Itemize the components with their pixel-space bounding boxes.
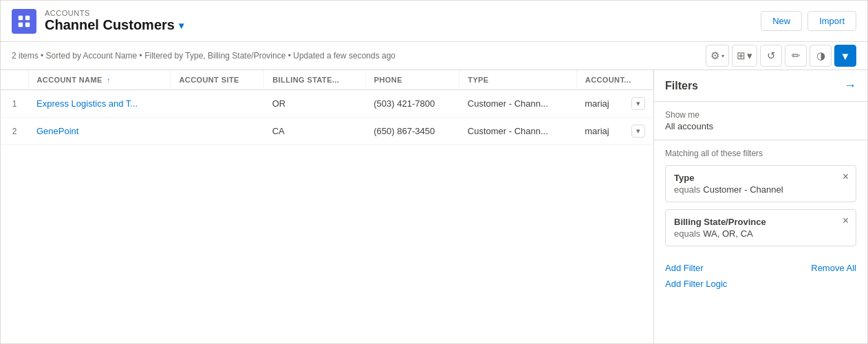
add-filter-button[interactable]: Add Filter — [665, 263, 704, 273]
filter-card: × Type equalsCustomer - Channel — [665, 165, 856, 202]
account-owner-value: mariaj — [585, 126, 609, 136]
filter-cards-container: × Type equalsCustomer - Channel × Billin… — [665, 165, 856, 246]
filter-field: Type — [674, 173, 847, 183]
table-chevron-icon: ▾ — [747, 50, 752, 62]
app-icon — [12, 9, 36, 34]
header-title-text: Channel Customers — [45, 17, 175, 33]
sort-asc-icon: ↑ — [107, 76, 110, 84]
table-header-row: ACCOUNT NAME ↑ ACCOUNT SITE BILLING STAT… — [1, 70, 653, 90]
filter-operator: equals — [674, 228, 700, 239]
header-left: ACCOUNTS Channel Customers ▾ — [12, 9, 184, 34]
matching-section: Matching all of these filters × Type equ… — [654, 140, 867, 257]
main-area: ACCOUNT NAME ↑ ACCOUNT SITE BILLING STAT… — [1, 70, 867, 343]
account-name-link[interactable]: Express Logistics and T... — [36, 98, 138, 109]
filters-panel: Filters → Show me All accounts Matching … — [654, 70, 867, 343]
col-account[interactable]: ACCOUNT... — [576, 70, 653, 90]
filter-actions: Add Filter Remove All — [665, 263, 856, 273]
account-name-link[interactable]: GenePoint — [36, 126, 78, 136]
table-row: 1 Express Logistics and T... OR (503) 42… — [1, 90, 653, 118]
cell-billing-state: CA — [264, 118, 366, 145]
account-owner-value: mariaj — [585, 98, 609, 109]
svg-rect-3 — [25, 22, 30, 26]
col-phone[interactable]: PHONE — [365, 70, 459, 90]
row-action-button[interactable]: ▾ — [631, 125, 645, 138]
filter-icon: ▼ — [840, 50, 851, 62]
edit-icon: ✏ — [792, 50, 801, 62]
filter-remove-button[interactable]: × — [843, 215, 849, 226]
chart-icon: ◑ — [816, 50, 825, 62]
col-billing-state[interactable]: BILLING STATE... — [264, 70, 366, 90]
cell-type: Customer - Chann... — [459, 118, 577, 145]
filter-card: × Billing State/Province equalsWA, OR, C… — [665, 209, 856, 246]
table-row: 2 GenePoint CA (650) 867-3450 Customer -… — [1, 118, 653, 145]
add-filter-logic-button[interactable]: Add Filter Logic — [665, 279, 727, 289]
table-area: ACCOUNT NAME ↑ ACCOUNT SITE BILLING STAT… — [1, 70, 654, 343]
cell-phone: (503) 421-7800 — [365, 90, 459, 118]
chart-button[interactable]: ◑ — [810, 45, 832, 67]
filters-footer: Add Filter Remove All Add Filter Logic — [654, 257, 867, 294]
cell-account-site — [171, 118, 264, 145]
matching-label: Matching all of these filters — [665, 149, 856, 158]
toolbar-row: 2 items • Sorted by Account Name • Filte… — [1, 42, 867, 70]
new-button[interactable]: New — [761, 11, 802, 31]
svg-rect-0 — [19, 15, 23, 19]
refresh-icon: ↺ — [767, 50, 776, 62]
cell-account: mariaj ▾ — [576, 90, 653, 118]
filter-button[interactable]: ▼ — [834, 45, 856, 67]
gear-chevron-icon: ▾ — [721, 53, 724, 59]
row-action-button[interactable]: ▾ — [631, 97, 645, 110]
header-subtitle: ACCOUNTS — [45, 9, 184, 17]
table-icon: ⊞ — [737, 50, 746, 62]
svg-rect-2 — [19, 22, 23, 26]
cell-billing-state: OR — [264, 90, 366, 118]
filter-field: Billing State/Province — [674, 217, 847, 227]
show-me-value[interactable]: All accounts — [665, 121, 856, 131]
table-body: 1 Express Logistics and T... OR (503) 42… — [1, 90, 653, 145]
cell-phone: (650) 867-3450 — [365, 118, 459, 145]
edit-button[interactable]: ✏ — [785, 45, 807, 67]
cell-account: mariaj ▾ — [576, 118, 653, 145]
filter-remove-button[interactable]: × — [843, 171, 849, 182]
record-info: 2 items • Sorted by Account Name • Filte… — [12, 51, 395, 61]
show-me-label: Show me — [665, 110, 856, 120]
filter-value: equalsCustomer - Channel — [674, 184, 847, 195]
cell-account-name: Express Logistics and T... — [28, 90, 171, 118]
header: ACCOUNTS Channel Customers ▾ New Import — [1, 1, 867, 42]
cell-account-name: GenePoint — [28, 118, 171, 145]
header-actions: New Import — [761, 11, 856, 31]
accounts-table: ACCOUNT NAME ↑ ACCOUNT SITE BILLING STAT… — [1, 70, 653, 145]
cell-num: 2 — [1, 118, 28, 145]
toolbar-icons: ⚙ ▾ ⊞ ▾ ↺ ✏ ◑ ▼ — [706, 45, 856, 67]
show-me-section: Show me All accounts — [654, 102, 867, 140]
header-title-group: ACCOUNTS Channel Customers ▾ — [45, 9, 184, 33]
title-chevron-icon[interactable]: ▾ — [179, 20, 184, 31]
col-type[interactable]: TYPE — [459, 70, 577, 90]
cell-num: 1 — [1, 90, 28, 118]
svg-rect-1 — [25, 15, 30, 19]
filters-title: Filters — [665, 80, 698, 92]
cell-account-site — [171, 90, 264, 118]
remove-all-button[interactable]: Remove All — [811, 263, 856, 273]
header-title: Channel Customers ▾ — [45, 17, 184, 33]
col-account-site[interactable]: ACCOUNT SITE — [171, 70, 264, 90]
filter-value: equalsWA, OR, CA — [674, 228, 847, 239]
refresh-button[interactable]: ↺ — [760, 45, 782, 67]
filters-header: Filters → — [654, 70, 867, 102]
gear-icon: ⚙ — [710, 50, 719, 62]
table-view-button[interactable]: ⊞ ▾ — [732, 45, 757, 67]
import-button[interactable]: Import — [807, 11, 856, 31]
cell-type: Customer - Chann... — [459, 90, 577, 118]
col-account-name[interactable]: ACCOUNT NAME ↑ — [28, 70, 171, 90]
gear-button[interactable]: ⚙ ▾ — [706, 45, 729, 67]
col-num — [1, 70, 28, 90]
filters-collapse-button[interactable]: → — [844, 78, 856, 93]
filter-operator: equals — [674, 184, 700, 195]
